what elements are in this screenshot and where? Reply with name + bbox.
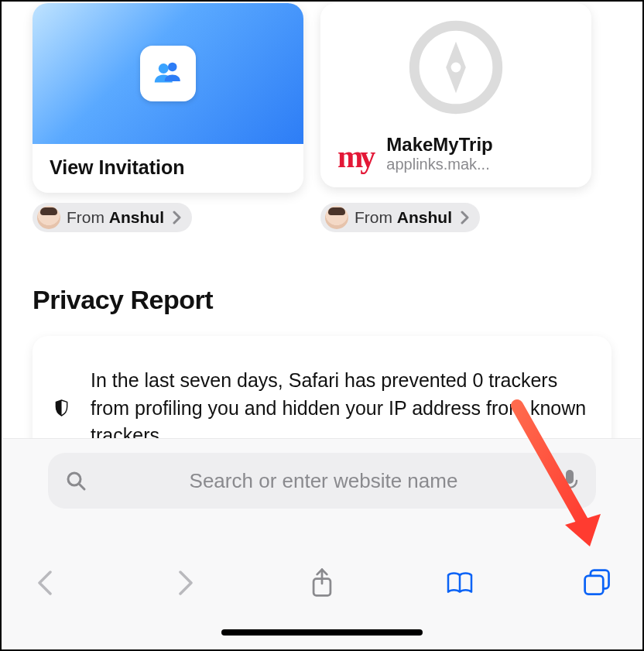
link-info: my MakeMyTrip applinks.mak... [320,131,591,187]
svg-rect-7 [566,470,574,484]
book-icon [444,567,475,598]
memoji-avatar [325,206,348,229]
link-title: MakeMyTrip [386,134,492,156]
from-pill-left[interactable]: From Anshul [33,203,192,232]
compass-icon [406,18,505,117]
search-icon [65,470,87,492]
invitation-image [33,3,303,144]
chevron-right-icon [460,211,471,224]
shared-group-icon [140,46,196,101]
invitation-label: View Invitation [33,144,303,193]
chevron-left-icon [31,567,62,598]
shared-from-row: From Anshul From Anshul [3,203,641,232]
shared-invitation-card[interactable]: View Invitation [33,3,303,193]
bookmarks-button[interactable] [438,561,481,605]
svg-rect-12 [585,576,604,594]
chevron-right-icon [169,567,200,598]
svg-point-5 [68,473,80,485]
shared-link-card[interactable]: my MakeMyTrip applinks.mak... [320,3,591,187]
tabs-icon [582,567,613,598]
link-subtitle: applinks.mak... [386,156,492,173]
mmt-logo: my [337,142,372,173]
svg-point-0 [159,63,169,74]
svg-point-4 [451,62,461,72]
shield-icon [54,389,69,427]
home-indicator[interactable] [221,629,423,636]
privacy-report-text: In the last seven days, Safari has preve… [91,367,590,450]
forward-button[interactable] [163,561,206,605]
tabs-button[interactable] [576,561,619,605]
chevron-right-icon [172,211,183,224]
address-bar-placeholder: Search or enter website name [101,469,546,493]
memoji-avatar [37,206,60,229]
link-placeholder [320,3,591,131]
microphone-icon[interactable] [560,468,579,493]
svg-line-6 [80,485,84,489]
bottom-toolbar [12,561,632,605]
safari-start-page: View Invitation my MakeMyTrip applinks.m… [3,3,641,648]
shared-cards-row: View Invitation my MakeMyTrip applinks.m… [3,3,641,193]
privacy-report-heading: Privacy Report [33,285,213,315]
svg-point-1 [168,63,177,72]
from-pill-right[interactable]: From Anshul [320,203,480,232]
share-icon [307,567,337,598]
address-bar[interactable]: Search or enter website name [48,453,596,509]
share-button[interactable] [300,561,344,605]
browser-bottom-bar: Search or enter website name [3,438,641,648]
back-button[interactable] [25,561,68,605]
